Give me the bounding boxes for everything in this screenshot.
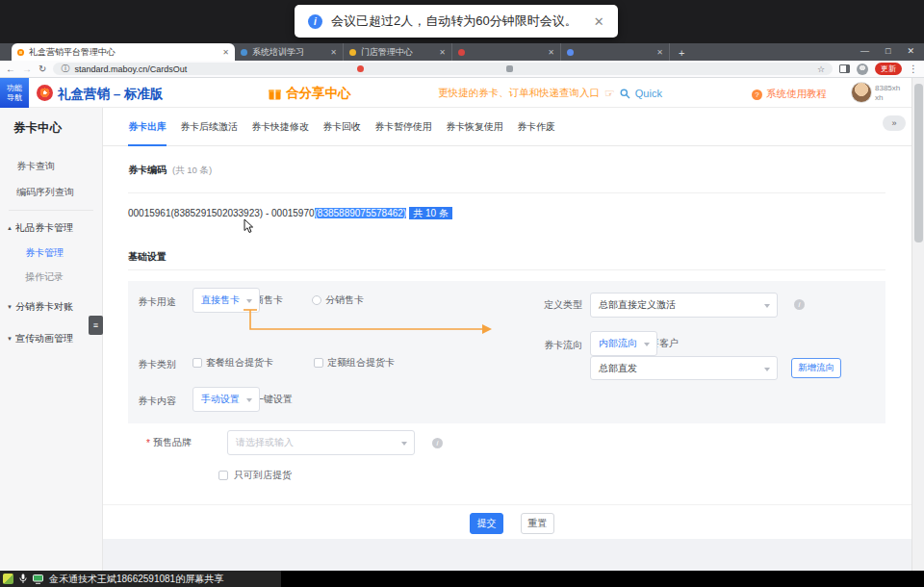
tab-close-icon[interactable]: ✕ bbox=[330, 48, 337, 57]
tab-card-outbound[interactable]: 券卡出库 bbox=[128, 108, 167, 146]
main-content: 券卡出库 券卡后续激活 券卡快捷修改 券卡回收 券卡暂停使用 券卡恢复使用 券卡… bbox=[103, 108, 911, 571]
tab-close-icon[interactable]: ✕ bbox=[222, 48, 229, 57]
page-scrollbar[interactable] bbox=[911, 78, 924, 571]
browser-tab-active[interactable]: 礼盒营销平台管理中心 ✕ bbox=[12, 43, 235, 61]
option-label[interactable]: 内部流向 bbox=[590, 331, 657, 356]
tab-card-later-activate[interactable]: 券卡后续激活 bbox=[180, 108, 238, 146]
checkbox-fixed-combo-pickup-card[interactable]: 定额组合提货卡 bbox=[314, 356, 395, 370]
submit-button[interactable]: 提交 bbox=[470, 513, 503, 534]
triangle-down-icon: ▼ bbox=[7, 325, 13, 352]
page-background-strip bbox=[103, 539, 911, 571]
tutorial-link[interactable]: ? 系统使用教程 bbox=[752, 88, 827, 101]
site-info-icon[interactable]: ⓘ bbox=[61, 64, 69, 73]
back-icon[interactable]: ← bbox=[6, 64, 15, 74]
radio-internal-flow[interactable]: 内部流向 bbox=[590, 339, 600, 348]
sidebar-item-card-management[interactable]: 券卡管理 bbox=[0, 241, 102, 265]
basic-settings-title: 基础设置 bbox=[128, 250, 167, 264]
user-avatar[interactable] bbox=[851, 82, 872, 103]
tab-favicon bbox=[349, 49, 356, 56]
function-nav-badge[interactable]: 功能导航 bbox=[0, 78, 29, 108]
card-code-range: 00015961(8385291502033923) - 00015970(83… bbox=[128, 207, 452, 220]
sidebar-group-label: 宣传动画管理 bbox=[15, 325, 73, 352]
define-type-select[interactable]: 总部直接定义激活 bbox=[590, 293, 778, 318]
reload-icon[interactable]: ↻ bbox=[38, 64, 46, 74]
basic-settings-panel: 券卡用途 直接售卡 电商售卡 分销售卡 券卡类别 bbox=[128, 281, 886, 423]
radio-manual-setup[interactable]: 手动设置 bbox=[192, 395, 202, 404]
presale-brand-select[interactable]: 请选择或输入 bbox=[227, 430, 415, 455]
sidebar-item-card-query[interactable]: 券卡查询 bbox=[0, 153, 102, 179]
option-label[interactable]: 定额组合提货卡 bbox=[327, 356, 395, 370]
mouse-cursor bbox=[244, 219, 254, 234]
browser-tab-5[interactable]: ✕ bbox=[561, 43, 670, 61]
search-icon bbox=[620, 89, 630, 99]
store-only-row[interactable]: 只可到店提货 bbox=[218, 469, 292, 482]
browser-profile-avatar[interactable] bbox=[857, 64, 868, 75]
tab-title: 门店管理中心 bbox=[361, 46, 434, 59]
tab-close-icon[interactable]: ✕ bbox=[656, 48, 663, 57]
sidebar-collapse-handle[interactable]: ≡ bbox=[89, 316, 103, 335]
browser-update-button[interactable]: 更新 bbox=[875, 63, 902, 75]
option-label[interactable]: 分销售卡 bbox=[325, 294, 364, 307]
reset-button[interactable]: 重置 bbox=[521, 513, 554, 534]
screen-share-icon bbox=[33, 574, 43, 584]
quick-link[interactable]: Quick bbox=[635, 88, 662, 99]
code-prefix: 00015961(8385291502033923) - 00015970 bbox=[128, 208, 315, 218]
add-flow-button[interactable]: 新增流向 bbox=[791, 358, 841, 378]
recording-indicator-icon bbox=[357, 65, 364, 72]
info-icon: i bbox=[794, 299, 805, 310]
function-nav-label: 功能导航 bbox=[6, 84, 23, 102]
define-type-value: 总部直接定义激活 bbox=[599, 298, 676, 312]
sidebar-group-distribution[interactable]: ▼ 分销券卡对账 bbox=[0, 294, 102, 320]
radio-direct-sale[interactable]: 直接售卡 bbox=[192, 295, 202, 305]
browser-menu-icon[interactable]: ⋮ bbox=[909, 64, 918, 74]
microphone-icon bbox=[19, 574, 27, 584]
tab-card-recycle[interactable]: 券卡回收 bbox=[322, 108, 361, 146]
radio-icon[interactable] bbox=[312, 295, 321, 305]
browser-tab-4[interactable]: ✕ bbox=[452, 43, 561, 61]
radio-distribution-sale[interactable]: 分销售卡 bbox=[312, 294, 364, 307]
option-label[interactable]: 一键设置 bbox=[254, 393, 293, 406]
checkbox-icon[interactable] bbox=[218, 471, 228, 480]
window-close-button[interactable]: ✕ bbox=[907, 46, 914, 56]
url-text[interactable]: standard.maboy.cn/CardsOut bbox=[74, 64, 187, 74]
option-label[interactable]: 套餐组合提货卡 bbox=[206, 356, 273, 370]
window-minimize-button[interactable]: — bbox=[860, 46, 869, 56]
checkbox-icon[interactable] bbox=[192, 358, 202, 368]
side-panel-icon[interactable] bbox=[839, 64, 850, 73]
share-user-avatar bbox=[3, 574, 13, 584]
share-center-link[interactable]: 合分享中心 bbox=[269, 85, 351, 102]
scrollbar-thumb[interactable] bbox=[914, 84, 923, 242]
address-bar[interactable]: ⓘ standard.maboy.cn/CardsOut ☆ bbox=[53, 63, 833, 75]
flow-select[interactable]: 总部直发 bbox=[590, 356, 778, 380]
tab-card-quick-edit[interactable]: 券卡快捷修改 bbox=[251, 108, 309, 146]
share-center-label: 合分享中心 bbox=[286, 85, 351, 102]
tab-close-icon[interactable]: ✕ bbox=[548, 48, 554, 57]
brand-logo bbox=[37, 85, 53, 101]
tab-close-icon[interactable]: ✕ bbox=[439, 48, 446, 57]
divider bbox=[103, 504, 911, 505]
new-tab-button[interactable]: + bbox=[679, 47, 684, 59]
bookmark-star-icon[interactable]: ☆ bbox=[817, 64, 825, 74]
panel-collapse-button[interactable]: » bbox=[883, 115, 906, 131]
tab-card-void[interactable]: 券卡作废 bbox=[517, 108, 555, 146]
window-maximize-button[interactable]: □ bbox=[886, 46, 890, 56]
checkbox-icon[interactable] bbox=[314, 358, 323, 368]
checkbox-combo-pickup-card[interactable]: 套餐组合提货卡 bbox=[192, 356, 273, 370]
toast-close-button[interactable]: ✕ bbox=[594, 14, 604, 29]
sidebar: 券卡中心 券卡查询 编码序列查询 ▲ 礼品券卡管理 券卡管理 操作记录 ▼ 分销… bbox=[0, 108, 103, 571]
forward-icon[interactable]: → bbox=[22, 64, 32, 74]
sidebar-group-promo-animation[interactable]: ▼ 宣传动画管理 bbox=[0, 325, 102, 352]
tab-card-resume[interactable]: 券卡恢复使用 bbox=[446, 108, 503, 146]
content-options: 手动设置 一键设置 bbox=[192, 393, 293, 406]
flow-label: 券卡流向 bbox=[544, 339, 582, 352]
store-only-label[interactable]: 只可到店提货 bbox=[234, 469, 292, 482]
browser-tab-3[interactable]: 门店管理中心 ✕ bbox=[344, 43, 452, 61]
sidebar-group-gift-cards[interactable]: ▲ 礼品券卡管理 bbox=[0, 216, 102, 241]
tab-card-pause[interactable]: 券卡暂停使用 bbox=[374, 108, 432, 146]
usage-options: 直接售卡 电商售卡 分销售卡 bbox=[192, 294, 364, 307]
sidebar-item-code-seq-query[interactable]: 编码序列查询 bbox=[0, 179, 102, 205]
sidebar-item-operation-log[interactable]: 操作记录 bbox=[0, 265, 102, 289]
option-label[interactable]: 直接售卡 bbox=[192, 288, 260, 313]
browser-tab-2[interactable]: 系统培训学习 ✕ bbox=[235, 43, 344, 61]
option-label[interactable]: 手动设置 bbox=[192, 387, 260, 412]
